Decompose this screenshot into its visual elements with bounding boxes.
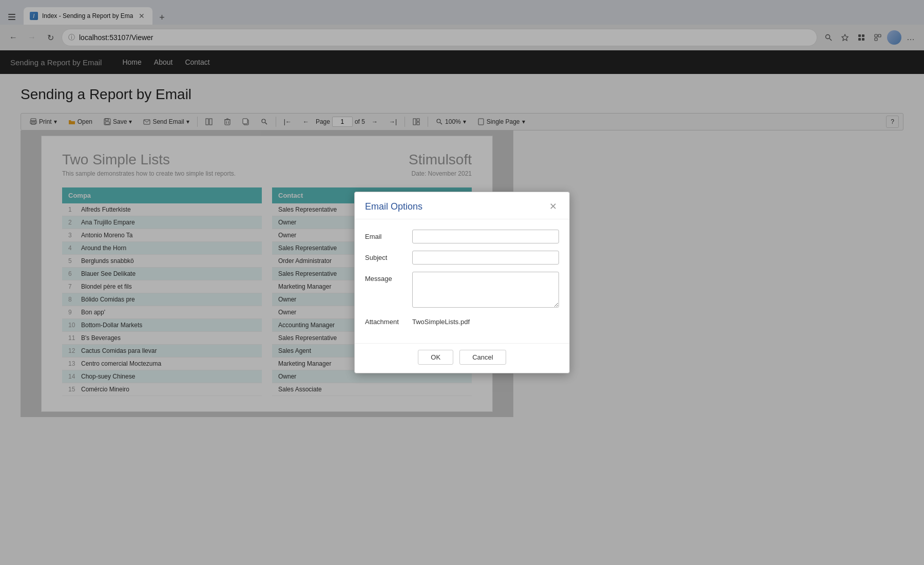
email-input[interactable]	[412, 230, 559, 243]
email-label: Email	[365, 230, 406, 240]
attachment-value: TwoSimpleLists.pdf	[412, 315, 470, 326]
subject-label: Subject	[365, 251, 406, 261]
attachment-label: Attachment	[365, 315, 406, 326]
message-label: Message	[365, 272, 406, 282]
ok-button[interactable]: OK	[418, 350, 453, 365]
message-textarea[interactable]	[412, 272, 559, 308]
email-options-dialog: Email Options ✕ Email Subject Message At…	[354, 192, 570, 373]
dialog-overlay: Email Options ✕ Email Subject Message At…	[0, 0, 924, 429]
attachment-row: Attachment TwoSimpleLists.pdf	[365, 315, 559, 326]
dialog-footer: OK Cancel	[355, 343, 569, 373]
cancel-button[interactable]: Cancel	[459, 350, 506, 365]
email-field-row: Email	[365, 230, 559, 243]
dialog-header: Email Options ✕	[355, 192, 569, 219]
dialog-close-button[interactable]: ✕	[547, 200, 559, 213]
message-field-row: Message	[365, 272, 559, 308]
dialog-body: Email Subject Message Attachment TwoSimp…	[355, 219, 569, 343]
subject-field-row: Subject	[365, 251, 559, 265]
dialog-title: Email Options	[365, 201, 422, 212]
subject-input[interactable]	[412, 251, 559, 265]
